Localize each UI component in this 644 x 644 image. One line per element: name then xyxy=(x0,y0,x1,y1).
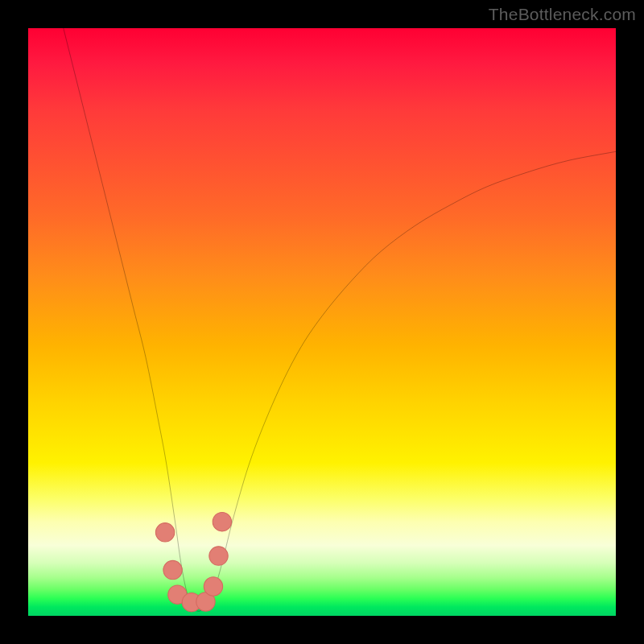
chart-frame: TheBottleneck.com xyxy=(0,0,644,644)
marker-dot xyxy=(209,547,228,565)
marker-dot xyxy=(155,523,174,542)
bottleneck-curve xyxy=(64,28,616,611)
curve-layer xyxy=(28,28,616,616)
marker-dot xyxy=(163,560,182,579)
watermark-text: TheBottleneck.com xyxy=(489,5,636,24)
marker-dot xyxy=(213,513,231,531)
marker-dot xyxy=(204,577,222,596)
highlight-markers xyxy=(155,513,231,612)
plot-area xyxy=(28,28,616,616)
